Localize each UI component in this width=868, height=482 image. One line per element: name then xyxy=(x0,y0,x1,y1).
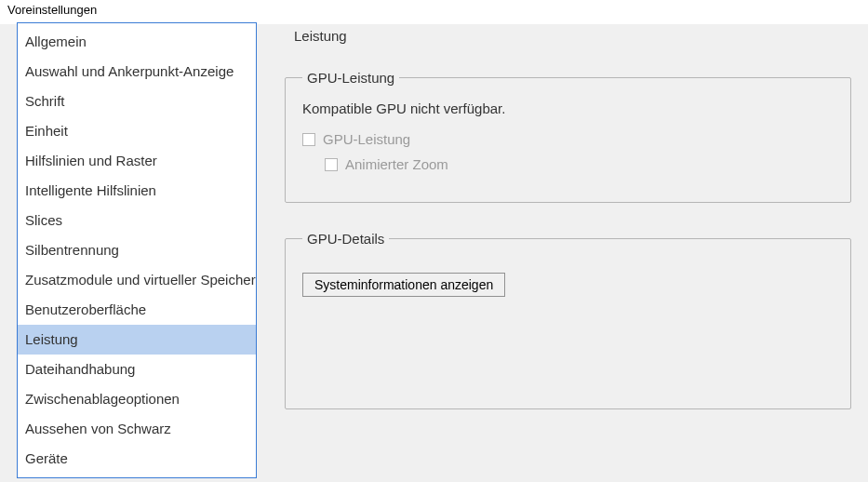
checkbox-icon xyxy=(302,133,315,146)
window-title: Voreinstellungen xyxy=(0,0,868,24)
sidebar-item[interactable]: Zusatzmodule und virtueller Speicher xyxy=(18,265,256,295)
gpu-performance-checkbox-label: GPU-Leistung xyxy=(323,131,410,147)
sidebar-item[interactable]: Zwischenablageoptionen xyxy=(18,384,256,414)
sidebar-item[interactable]: Slices xyxy=(18,206,256,235)
sidebar-item[interactable]: Intelligente Hilfslinien xyxy=(18,176,256,206)
animated-zoom-checkbox: Animierter Zoom xyxy=(325,156,834,172)
sidebar-item[interactable]: Silbentrennung xyxy=(18,235,256,265)
gpu-details-legend: GPU-Details xyxy=(302,231,389,247)
sidebar-item[interactable]: Auswahl und Ankerpunkt-Anzeige xyxy=(18,57,256,87)
gpu-performance-checkbox: GPU-Leistung xyxy=(302,131,834,147)
system-info-button[interactable]: Systeminformationen anzeigen xyxy=(302,273,505,297)
sidebar-item[interactable]: Hilfslinien und Raster xyxy=(18,146,256,176)
sidebar-item[interactable]: Einheit xyxy=(18,116,256,146)
main-panel: Leistung GPU-Leistung Kompatible GPU nic… xyxy=(285,22,851,478)
gpu-details-group: GPU-Details Systeminformationen anzeigen xyxy=(285,231,851,409)
gpu-status-text: Kompatible GPU nicht verfügbar. xyxy=(302,100,834,116)
gpu-performance-legend: GPU-Leistung xyxy=(302,70,399,86)
sidebar-item[interactable]: Aussehen von Schwarz xyxy=(18,414,256,444)
sidebar-item[interactable]: Leistung xyxy=(18,325,256,355)
preferences-sidebar: AllgemeinAuswahl und Ankerpunkt-AnzeigeS… xyxy=(17,22,257,478)
panel-title: Leistung xyxy=(285,28,851,44)
sidebar-item[interactable]: Dateihandhabung xyxy=(18,355,256,384)
checkbox-icon xyxy=(325,158,338,171)
sidebar-item[interactable]: Allgemein xyxy=(18,27,256,57)
gpu-performance-group: GPU-Leistung Kompatible GPU nicht verfüg… xyxy=(285,70,851,203)
sidebar-item[interactable]: Benutzeroberfläche xyxy=(18,295,256,325)
sidebar-item[interactable]: Schrift xyxy=(18,87,256,116)
sidebar-item[interactable]: Geräte xyxy=(18,444,256,474)
animated-zoom-checkbox-label: Animierter Zoom xyxy=(345,156,448,172)
